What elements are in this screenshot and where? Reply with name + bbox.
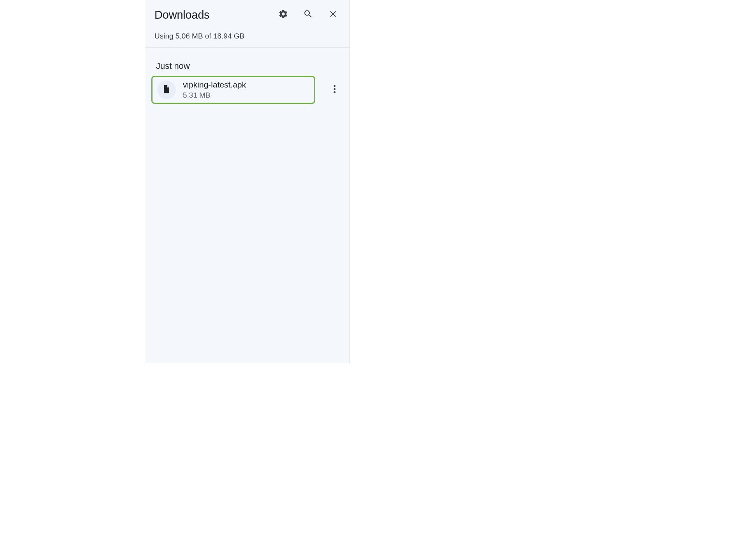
file-info: vipking-latest.apk 5.31 MB: [183, 80, 246, 100]
file-item[interactable]: vipking-latest.apk 5.31 MB: [151, 76, 315, 104]
file-more-button[interactable]: [329, 84, 340, 95]
svg-point-0: [334, 85, 336, 87]
more-vert-icon: [333, 84, 336, 95]
section-label-just-now: Just now: [145, 48, 349, 76]
svg-point-2: [334, 91, 336, 93]
file-icon-container: [157, 80, 176, 99]
file-icon: [161, 84, 172, 96]
header-actions: [278, 9, 340, 20]
storage-usage: Using 5.06 MB of 18.94 GB: [145, 23, 349, 48]
close-icon: [328, 9, 338, 21]
file-name: vipking-latest.apk: [183, 80, 246, 89]
search-button[interactable]: [303, 9, 314, 20]
svg-point-1: [334, 88, 336, 90]
settings-button[interactable]: [278, 9, 289, 20]
file-size: 5.31 MB: [183, 91, 246, 100]
page-title: Downloads: [154, 9, 278, 21]
close-button[interactable]: [328, 9, 338, 20]
header: Downloads: [145, 0, 349, 23]
file-row: vipking-latest.apk 5.31 MB: [145, 76, 349, 104]
downloads-screen: Downloads: [145, 0, 350, 363]
gear-icon: [278, 9, 288, 21]
search-icon: [303, 9, 313, 21]
